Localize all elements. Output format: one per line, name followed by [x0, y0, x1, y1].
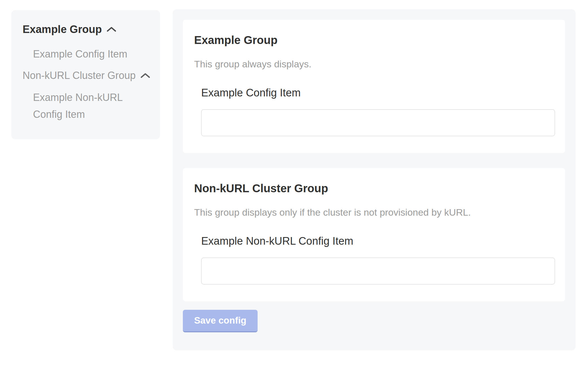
group-description: This group displays only if the cluster … [194, 206, 555, 218]
nav-item-example-non-kurl-config-item[interactable]: Example Non-kURL Config Item [33, 89, 129, 123]
nav-group-non-kurl-cluster-group[interactable]: Non-kURL Cluster Group [23, 69, 149, 82]
nav-group-example-group[interactable]: Example Group [23, 23, 149, 36]
config-panel: Example Group This group always displays… [173, 9, 576, 350]
example-config-item-input[interactable] [201, 109, 555, 136]
save-config-button[interactable]: Save config [183, 310, 258, 332]
config-field: Example Config Item [201, 86, 555, 136]
example-non-kurl-config-item-input[interactable] [201, 258, 555, 284]
chevron-up-icon [106, 26, 117, 32]
group-title: Example Group [194, 33, 555, 47]
config-item-label: Example Config Item [201, 86, 555, 99]
chevron-up-icon [140, 73, 150, 78]
config-group-card-example-group: Example Group This group always displays… [183, 20, 565, 153]
group-description: This group always displays. [194, 58, 555, 70]
nav-group-label: Example Group [23, 23, 102, 36]
nav-item-example-config-item[interactable]: Example Config Item [33, 46, 149, 63]
config-group-card-non-kurl-cluster-group: Non-kURL Cluster Group This group displa… [183, 168, 565, 301]
config-field: Example Non-kURL Config Item [201, 235, 555, 284]
config-item-label: Example Non-kURL Config Item [201, 235, 555, 247]
config-nav-sidebar: Example Group Example Config Item Non-kU… [11, 10, 160, 139]
group-title: Non-kURL Cluster Group [194, 182, 555, 195]
config-page: Example Group Example Config Item Non-kU… [0, 0, 588, 350]
nav-group-label: Non-kURL Cluster Group [23, 69, 136, 82]
